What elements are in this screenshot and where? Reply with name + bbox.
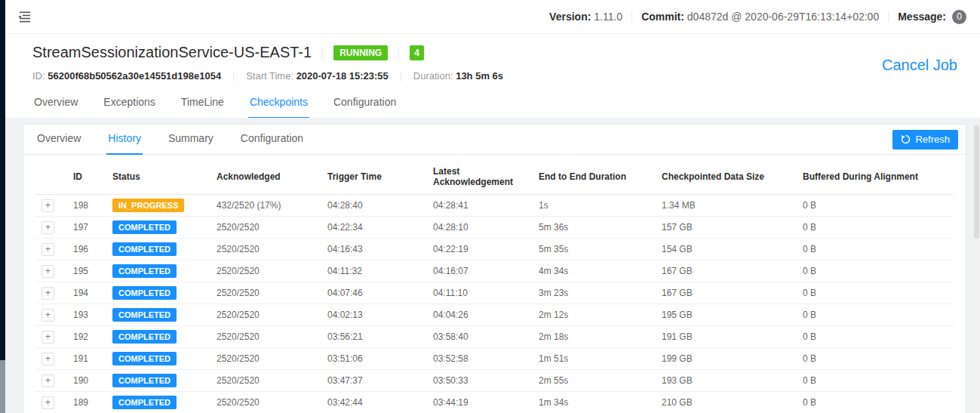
cell-acknowledged: 2520/2520 (210, 392, 321, 413)
expand-row-button[interactable]: + (41, 287, 54, 300)
status-badge: COMPLETED (112, 286, 177, 300)
cancel-job-button[interactable]: Cancel Job (882, 57, 957, 74)
page-scrollbar[interactable] (973, 121, 980, 413)
commit-item: Commit: d04872d @ 2020-06-29T16:13:14+02… (641, 11, 879, 23)
column-header-buffered-during-alignment: Buffered During Alignment (797, 159, 954, 195)
status-badge: COMPLETED (112, 352, 177, 365)
message-count-badge[interactable]: 0 (952, 10, 966, 24)
table-row: + 196 COMPLETED 2520/2520 04:16:43 04:22… (35, 239, 954, 260)
cell-id: 192 (67, 326, 106, 348)
expand-row-button[interactable]: + (41, 243, 54, 256)
column-header-expand (35, 159, 67, 195)
expand-row-button[interactable]: + (41, 374, 54, 387)
column-header-status: Status (106, 159, 210, 195)
tab-exceptions[interactable]: Exceptions (102, 91, 156, 119)
sync-icon (901, 134, 911, 144)
job-parallelism-badge: 4 (410, 45, 424, 60)
status-badge: IN_PROGRESS (112, 199, 184, 212)
version-item: Version: 1.11.0 (549, 11, 622, 23)
job-id-label: ID: (32, 70, 45, 82)
job-meta-row: ID: 56200f68b50562a30e14551d198e1054 Sta… (32, 70, 959, 82)
checkpoint-tab-summary[interactable]: Summary (167, 125, 215, 155)
cell-id: 198 (67, 195, 106, 217)
expand-row-button[interactable]: + (41, 221, 54, 234)
job-id: ID: 56200f68b50562a30e14551d198e1054 (32, 70, 221, 82)
cell-id: 191 (67, 348, 106, 370)
cell-checkpointed-data-size: 199 GB (656, 348, 797, 370)
column-header-checkpointed-data-size: Checkpointed Data Size (656, 159, 797, 195)
start-time-label: Start Time: (246, 70, 293, 82)
cell-latest-acknowledgement: 04:28:10 (427, 217, 533, 239)
cell-latest-acknowledgement: 03:58:40 (427, 326, 533, 348)
checkpoint-history-table: IDStatusAcknowledgedTrigger TimeLatest A… (35, 159, 954, 413)
status-badge: COMPLETED (112, 220, 177, 234)
refresh-label: Refresh (915, 134, 950, 145)
cell-id: 197 (67, 217, 106, 239)
page: Version: 1.11.0 Commit: d04872d @ 2020-0… (5, 0, 980, 413)
cell-acknowledged: 2520/2520 (210, 239, 321, 260)
tab-overview[interactable]: Overview (32, 91, 79, 119)
content-area: OverviewHistorySummaryConfiguration Refr… (5, 118, 980, 413)
table-row: + 191 COMPLETED 2520/2520 03:51:06 03:52… (35, 348, 954, 370)
expand-row-button[interactable]: + (41, 396, 54, 409)
expand-row-button[interactable]: + (41, 353, 54, 365)
cell-id: 194 (67, 282, 106, 304)
cell-trigger-time: 04:02:13 (321, 304, 427, 326)
cell-end-to-end-duration: 2m 55s (533, 370, 656, 392)
divider (322, 47, 323, 59)
cell-checkpointed-data-size: 210 GB (656, 392, 797, 413)
cell-checkpointed-data-size: 1.34 MB (656, 195, 797, 217)
divider (401, 71, 401, 82)
sidebar-scrollbar-thumb[interactable] (0, 360, 5, 413)
tab-configuration[interactable]: Configuration (332, 91, 398, 119)
cell-buffered-during-alignment: 0 B (797, 217, 954, 239)
tab-checkpoints[interactable]: Checkpoints (248, 91, 309, 119)
cell-latest-acknowledgement: 04:22:19 (427, 239, 533, 260)
checkpoints-card-header: OverviewHistorySummaryConfiguration Refr… (23, 125, 966, 155)
cell-id: 195 (67, 260, 106, 282)
refresh-button[interactable]: Refresh (892, 130, 958, 149)
checkpoint-tab-history[interactable]: History (106, 125, 143, 155)
cell-buffered-during-alignment: 0 B (797, 282, 954, 304)
tab-timeline[interactable]: TimeLine (180, 91, 226, 119)
column-header-acknowledged: Acknowledged (210, 159, 321, 195)
checkpoint-tab-configuration[interactable]: Configuration (239, 125, 305, 155)
start-time-value: 2020-07-18 15:23:55 (296, 70, 389, 82)
divider (888, 11, 889, 22)
version-value: 1.11.0 (594, 11, 622, 23)
cell-trigger-time: 04:11:32 (321, 260, 427, 282)
top-bar: Version: 1.11.0 Commit: d04872d @ 2020-0… (5, 0, 980, 34)
column-header-id: ID (67, 159, 106, 195)
commit-label: Commit: (641, 11, 684, 23)
cell-latest-acknowledgement: 03:52:58 (427, 348, 533, 370)
cell-acknowledged: 2520/2520 (210, 304, 321, 326)
expand-row-button[interactable]: + (41, 199, 54, 212)
job-id-value: 56200f68b50562a30e14551d198e1054 (48, 70, 221, 82)
expand-row-button[interactable]: + (41, 265, 54, 278)
cell-end-to-end-duration: 5m 35s (533, 239, 656, 260)
cell-latest-acknowledgement: 03:50:33 (427, 370, 533, 392)
cell-buffered-during-alignment: 0 B (797, 260, 954, 282)
scrollbar-thumb[interactable] (974, 125, 979, 239)
checkpoints-card: OverviewHistorySummaryConfiguration Refr… (23, 124, 966, 413)
cell-trigger-time: 04:16:43 (321, 239, 427, 260)
menu-fold-icon[interactable] (17, 11, 31, 23)
cell-checkpointed-data-size: 154 GB (656, 239, 797, 260)
status-badge: COMPLETED (112, 396, 177, 409)
checkpoint-history-table-wrap: IDStatusAcknowledgedTrigger TimeLatest A… (23, 155, 966, 413)
cell-latest-acknowledgement: 04:16:07 (427, 260, 533, 282)
status-badge: COMPLETED (112, 374, 177, 387)
cell-acknowledged: 2520/2520 (210, 348, 321, 370)
expand-row-button[interactable]: + (41, 309, 54, 322)
cell-id: 196 (67, 239, 106, 260)
commit-value: d04872d @ 2020-06-29T16:13:14+02:00 (687, 11, 879, 23)
expand-row-button[interactable]: + (41, 331, 54, 344)
cell-end-to-end-duration: 3m 23s (533, 282, 656, 304)
collapsed-sidebar[interactable] (0, 0, 5, 413)
status-badge: COMPLETED (112, 330, 177, 344)
checkpoint-tab-overview[interactable]: Overview (35, 125, 82, 155)
cell-end-to-end-duration: 5m 36s (533, 217, 656, 239)
divider (233, 71, 234, 82)
cell-latest-acknowledgement: 04:04:26 (427, 304, 533, 326)
cell-buffered-during-alignment: 0 B (797, 370, 954, 392)
